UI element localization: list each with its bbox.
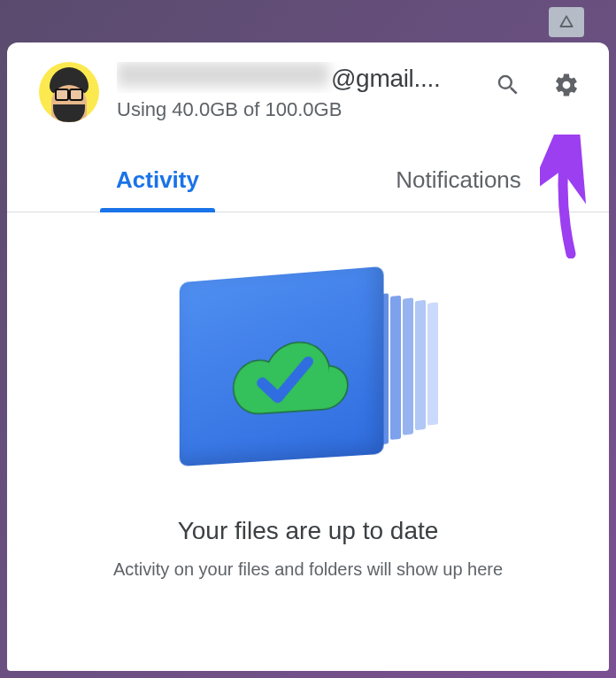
sync-illustration <box>162 274 454 478</box>
account-info: @gmail.... Using 40.0GB of 100.0GB <box>117 62 474 121</box>
account-email: @gmail.... <box>117 62 474 93</box>
tab-label: Notifications <box>396 166 521 193</box>
tabs: Activity Notifications <box>7 150 609 212</box>
avatar[interactable] <box>39 62 99 122</box>
email-suffix: @gmail.... <box>331 65 440 93</box>
tab-activity[interactable]: Activity <box>7 150 308 212</box>
header: @gmail.... Using 40.0GB of 100.0GB <box>7 42 609 131</box>
gear-icon[interactable] <box>551 69 582 101</box>
tab-notifications[interactable]: Notifications <box>308 150 609 212</box>
empty-state: Your files are up to date Activity on yo… <box>7 212 609 671</box>
drive-popup-window: @gmail.... Using 40.0GB of 100.0GB Activ… <box>7 42 609 671</box>
email-redacted-portion <box>117 62 329 87</box>
storage-usage: Using 40.0GB of 100.0GB <box>117 98 474 121</box>
status-subtitle: Activity on your files and folders will … <box>113 559 503 580</box>
status-title: Your files are up to date <box>178 517 439 545</box>
search-icon[interactable] <box>492 69 524 101</box>
cloud-check-icon <box>199 308 363 426</box>
tab-label: Activity <box>116 166 199 193</box>
drive-tray-icon[interactable] <box>549 7 584 37</box>
